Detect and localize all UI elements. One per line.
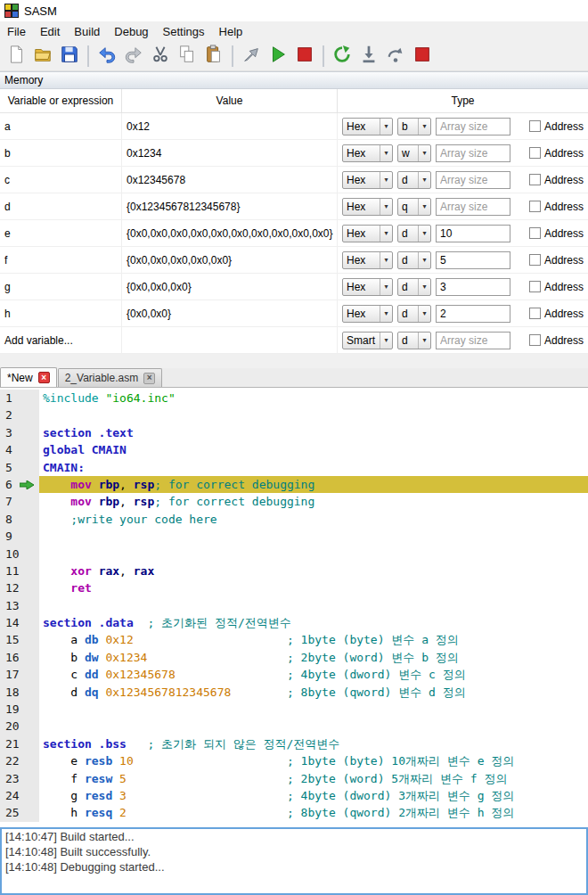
code-text[interactable] [39,406,588,423]
tab--new[interactable]: *New× [0,367,57,387]
editor-line[interactable]: 14section .data ; 초기화된 정적/전역변수 [0,614,588,631]
format-select[interactable]: Hex▾ [342,305,393,323]
variable-name-cell[interactable]: f [0,247,122,273]
menu-file[interactable]: File [0,21,33,41]
run-button[interactable] [265,44,290,69]
address-checkbox[interactable] [529,281,541,292]
code-text[interactable]: ret [39,579,588,596]
code-text[interactable]: section .text [39,424,588,441]
tab-2-variable-asm[interactable]: 2_Variable.asm× [58,368,163,387]
code-text[interactable]: xor rax, rax [39,562,588,579]
format-select[interactable]: Smart▾ [342,332,393,349]
debug-stop-button[interactable] [410,44,435,69]
size-select[interactable]: d▾ [397,251,431,269]
editor-line[interactable]: 4global CMAIN [0,441,588,458]
array-size-input[interactable] [436,171,510,189]
line-number[interactable]: 10 [0,546,20,562]
menu-edit[interactable]: Edit [33,21,67,41]
code-text[interactable] [39,528,588,545]
format-select[interactable]: Hex▾ [342,171,393,189]
address-checkbox[interactable] [529,308,541,319]
code-editor[interactable]: 1%include "io64.inc"23section .text4glob… [0,388,588,827]
step-over-button[interactable] [383,44,408,69]
stop-button[interactable] [292,44,317,69]
line-number[interactable]: 3 [0,424,20,441]
line-number[interactable]: 13 [0,597,20,614]
menu-debug[interactable]: Debug [107,21,155,41]
array-size-input[interactable] [436,118,510,135]
new-file-button[interactable] [4,44,29,69]
editor-line[interactable]: 9 [0,528,588,545]
line-number[interactable]: 18 [0,684,20,701]
array-size-input[interactable] [436,332,510,349]
size-select[interactable]: q▾ [397,198,431,216]
code-text[interactable] [39,546,588,562]
line-number[interactable]: 1 [0,390,20,406]
code-text[interactable] [39,718,588,735]
redo-button[interactable] [121,44,146,69]
line-number[interactable]: 15 [0,631,20,648]
line-number[interactable]: 21 [0,735,20,752]
line-number[interactable]: 22 [0,752,20,769]
editor-line[interactable]: 11 xor rax, rax [0,562,588,579]
line-number[interactable]: 25 [0,804,20,821]
tab-close-icon[interactable]: × [143,373,155,384]
code-text[interactable]: a db 0x12 ; 1byte (byte) 변수 a 정의 [39,631,588,648]
array-size-input[interactable] [436,305,510,323]
line-number[interactable]: 23 [0,770,20,787]
format-select[interactable]: Hex▾ [342,278,393,296]
variable-name-cell[interactable]: a [0,113,122,139]
size-select[interactable]: d▾ [397,225,431,242]
editor-line[interactable]: 15 a db 0x12 ; 1byte (byte) 변수 a 정의 [0,631,588,648]
undo-button[interactable] [94,44,119,69]
editor-line[interactable]: 2 [0,406,588,423]
editor-line[interactable]: 19 [0,701,588,718]
debug-button[interactable] [330,44,355,69]
editor-line[interactable]: 17 c dd 0x12345678 ; 4byte (dword) 변수 c … [0,666,588,683]
size-select[interactable]: d▾ [397,278,431,296]
code-text[interactable]: b dw 0x1234 ; 2byte (word) 변수 b 정의 [39,649,588,666]
address-checkbox[interactable] [529,174,541,185]
line-number[interactable]: 8 [0,511,20,528]
code-text[interactable] [39,597,588,614]
paste-button[interactable] [201,44,226,69]
editor-line[interactable]: 20 [0,718,588,735]
array-size-input[interactable] [436,144,510,162]
size-select[interactable]: d▾ [397,171,431,189]
address-checkbox[interactable] [529,254,541,266]
code-text[interactable]: section .data ; 초기화된 정적/전역변수 [39,614,588,631]
variable-name-cell[interactable]: h [0,300,122,326]
line-number[interactable]: 5 [0,459,20,476]
size-select[interactable]: b▾ [397,118,431,135]
line-number[interactable]: 6 [0,476,20,493]
line-number[interactable]: 24 [0,787,20,804]
editor-line[interactable]: 23 f resw 5 ; 2byte (word) 5개짜리 변수 f 정의 [0,770,588,787]
format-select[interactable]: Hex▾ [342,251,393,269]
build-button[interactable] [239,44,264,69]
address-toggle[interactable]: Address [529,281,584,293]
code-text[interactable]: e resb 10 ; 1byte (byte) 10개짜리 변수 e 정의 [39,752,588,769]
address-toggle[interactable]: Address [529,174,584,186]
editor-line[interactable]: 3section .text [0,424,588,441]
array-size-input[interactable] [436,225,510,242]
address-checkbox[interactable] [529,147,541,159]
panel-splitter[interactable] [0,354,588,368]
editor-line[interactable]: 22 e resb 10 ; 1byte (byte) 10개짜리 변수 e 정… [0,752,588,769]
code-text[interactable]: f resw 5 ; 2byte (word) 5개짜리 변수 f 정의 [39,770,588,787]
line-number[interactable]: 14 [0,614,20,631]
line-number[interactable]: 7 [0,493,20,510]
variable-name-cell[interactable]: b [0,140,122,166]
line-number[interactable]: 16 [0,649,20,666]
address-toggle[interactable]: Address [529,308,584,320]
line-number[interactable]: 19 [0,701,20,718]
address-toggle[interactable]: Address [529,201,584,213]
line-number[interactable]: 4 [0,441,20,458]
address-checkbox[interactable] [529,201,541,212]
code-text[interactable]: h resq 2 ; 8byte (qword) 2개짜리 변수 h 정의 [39,804,588,821]
editor-line[interactable]: 12 ret [0,579,588,596]
menu-settings[interactable]: Settings [156,21,212,41]
open-folder-button[interactable] [30,44,55,69]
address-toggle[interactable]: Address [529,120,584,133]
code-text[interactable]: g resd 3 ; 4byte (dword) 3개짜리 변수 g 정의 [39,787,588,804]
add-variable-cell[interactable]: Add variable... [0,327,122,353]
